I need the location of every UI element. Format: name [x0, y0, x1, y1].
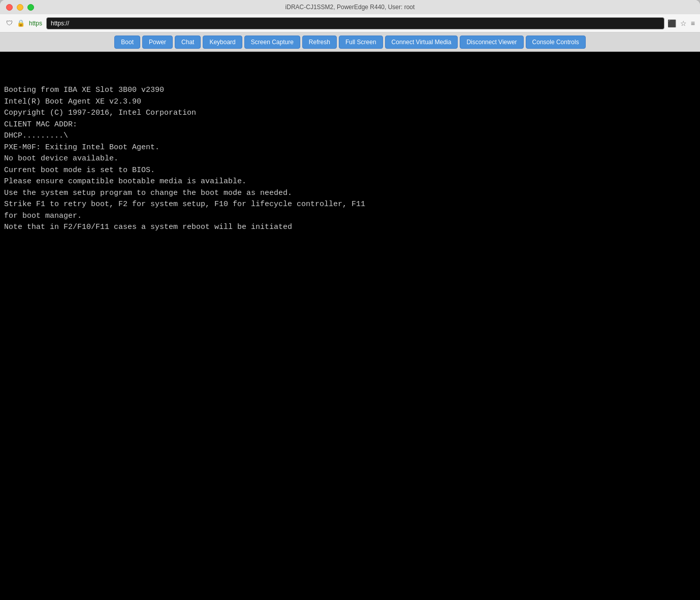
close-button[interactable] — [6, 4, 13, 11]
console-line: PXE-M0F: Exiting Intel Boot Agent. — [4, 142, 696, 154]
title-bar: iDRAC-CJ1SSM2, PowerEdge R440, User: roo… — [0, 0, 700, 14]
console-line: DHCP.........\ — [4, 130, 696, 142]
maximize-button[interactable] — [27, 4, 34, 11]
bookmark-icon[interactable]: ☆ — [680, 19, 687, 27]
toolbar-btn-boot[interactable]: Boot — [114, 36, 140, 49]
toolbar-btn-refresh[interactable]: Refresh — [302, 36, 337, 49]
security-icons: 🛡 🔒 https — [5, 18, 43, 28]
toolbar-btn-connect-virtual-media[interactable]: Connect Virtual Media — [385, 36, 458, 49]
console-line: Booting from IBA XE Slot 3B00 v2390 — [4, 85, 696, 96]
console-output: Booting from IBA XE Slot 3B00 v2390Intel… — [4, 62, 696, 234]
console-area[interactable]: Booting from IBA XE Slot 3B00 v2390Intel… — [0, 52, 700, 600]
lock-icon: 🔒 — [16, 18, 26, 28]
reader-icon[interactable]: ⬛ — [667, 19, 676, 27]
console-line: CLIENT MAC ADDR: — [4, 119, 696, 131]
console-line: Current boot mode is set to BIOS. — [4, 165, 696, 177]
toolbar-btn-console-controls[interactable]: Console Controls — [526, 36, 586, 49]
menu-icon[interactable]: ≡ — [691, 19, 695, 27]
console-line: for boot manager. — [4, 211, 696, 222]
address-bar-right-icons: ⬛ ☆ ≡ — [667, 19, 695, 27]
address-input[interactable] — [46, 17, 664, 29]
console-line: Please ensure compatible bootable media … — [4, 176, 696, 188]
console-line: No boot device available. — [4, 153, 696, 165]
toolbar: BootPowerChatKeyboardScreen CaptureRefre… — [0, 32, 700, 52]
console-line: Use the system setup program to change t… — [4, 188, 696, 199]
toolbar-btn-keyboard[interactable]: Keyboard — [203, 36, 242, 49]
minimize-button[interactable] — [17, 4, 23, 11]
toolbar-btn-power[interactable]: Power — [142, 36, 173, 49]
console-line: Copyright (C) 1997-2016, Intel Corporati… — [4, 108, 696, 119]
console-line: Strike F1 to retry boot, F2 for system s… — [4, 199, 696, 211]
console-line: Intel(R) Boot Agent XE v2.3.90 — [4, 96, 696, 108]
toolbar-btn-disconnect-viewer[interactable]: Disconnect Viewer — [460, 36, 523, 49]
shield-icon: 🛡 — [5, 18, 14, 28]
browser-window: iDRAC-CJ1SSM2, PowerEdge R440, User: roo… — [0, 0, 700, 600]
toolbar-btn-chat[interactable]: Chat — [175, 36, 201, 49]
console-line: Note that in F2/F10/F11 cases a system r… — [4, 222, 696, 234]
window-title: iDRAC-CJ1SSM2, PowerEdge R440, User: roo… — [285, 4, 415, 11]
traffic-lights — [6, 4, 34, 11]
https-label: https — [28, 19, 43, 28]
address-bar-row: 🛡 🔒 https ⬛ ☆ ≡ — [0, 14, 700, 32]
toolbar-btn-screen-capture[interactable]: Screen Capture — [244, 36, 300, 49]
toolbar-btn-full-screen[interactable]: Full Screen — [339, 36, 383, 49]
